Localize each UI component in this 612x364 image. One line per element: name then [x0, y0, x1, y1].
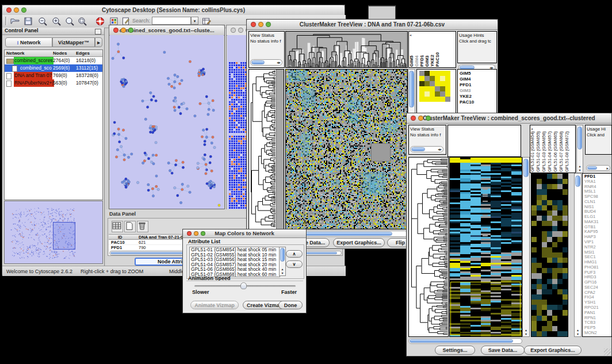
zoom-fit-icon[interactable] — [65, 17, 74, 26]
mini-heatmap-cell — [424, 76, 430, 81]
status-zoom-hint: Right-click + drag to ZOOM — [81, 269, 143, 274]
window-controls[interactable] — [6, 7, 26, 13]
zoom-in-icon[interactable] — [52, 17, 61, 26]
save-disk-icon[interactable] — [24, 17, 33, 26]
toolbar-handle[interactable] — [5, 17, 7, 25]
column-header[interactable]: Network — [6, 51, 25, 56]
network-name: combined_scores — [14, 57, 53, 64]
gene-label: NTR2 — [584, 245, 596, 250]
network-canvas[interactable] — [110, 35, 224, 209]
dialog-titlebar[interactable]: Map Colors to Network — [183, 229, 306, 238]
gene-label: MON2 — [584, 331, 597, 335]
tv2-collabel-vscrollbar[interactable]: ▴▾ — [576, 125, 583, 173]
export-graphics-button[interactable]: Export Graphics... — [333, 238, 385, 247]
mini-heatmap-cell — [419, 91, 424, 97]
column-header[interactable]: DNA and Tran 07-21-06( — [139, 235, 187, 240]
save-data-button[interactable]: Save Data... — [481, 346, 525, 355]
column-header[interactable]: Nodes — [53, 51, 67, 56]
move-up-button[interactable]: ∧ — [286, 250, 303, 258]
settings-button[interactable]: Settings... — [435, 346, 475, 355]
minimize-icon[interactable] — [418, 116, 423, 121]
trash-icon[interactable] — [137, 221, 148, 232]
gene-label: ELG1 — [584, 214, 595, 219]
tv1-row-dendrogram[interactable] — [248, 69, 284, 229]
close-icon[interactable] — [231, 28, 236, 33]
zoom-selected-icon[interactable] — [78, 17, 87, 26]
network-view-window: combined_scores_good.txt--cluste... — [109, 25, 225, 209]
tv2-status-hscrollbar[interactable]: ◂▸ — [410, 146, 443, 152]
desktop: Cytoscape Desktop (Session Name: collins… — [0, 0, 612, 364]
minimize-icon[interactable] — [121, 28, 126, 33]
tv1-status-hscrollbar[interactable]: ◂▸ — [250, 59, 282, 66]
network-tree-row[interactable]: DNA and Tran 07769(0)183728(0) — [5, 72, 102, 79]
attribute-table-icon[interactable] — [112, 221, 123, 232]
move-down-button[interactable]: ∨ — [286, 260, 303, 268]
network-tree-row[interactable]: combined_sco2569(6)13112(15) — [5, 64, 102, 72]
search-label: Search: — [132, 18, 150, 24]
close-icon[interactable] — [187, 231, 192, 236]
collapse-arrow-icon[interactable]: ◂ — [531, 127, 533, 131]
animate-vizmap-button[interactable]: Animate Vizmap — [190, 301, 239, 309]
tv1-column-labels: ◂ GIM5GIM4PFD1GIM3YKE2PAC10 — [408, 31, 456, 68]
map-colors-dialog: Map Colors to Network Attribute List GPL… — [182, 229, 307, 313]
birdseye-view[interactable] — [4, 201, 103, 264]
network-view-titlebar[interactable]: combined_scores_good.txt--cluste... — [109, 25, 224, 36]
column-header[interactable]: Edges — [76, 51, 90, 56]
tab-network[interactable]: ⁝ Network — [5, 37, 52, 47]
tv1-column-dendrogram[interactable] — [285, 31, 408, 68]
column-label: YKE2 — [430, 55, 435, 67]
zoom-icon[interactable] — [128, 28, 133, 33]
minimize-icon[interactable] — [258, 22, 263, 27]
new-doc-icon[interactable] — [124, 221, 136, 232]
collapse-arrow-icon[interactable]: ◂ — [410, 33, 411, 37]
zoom-icon[interactable] — [426, 116, 431, 121]
gene-label: GPI16 — [584, 280, 596, 285]
export-graphics-button[interactable]: Export Graphics... — [524, 346, 582, 355]
zoom-out-icon[interactable] — [38, 17, 47, 26]
tv2-column-labels: ◂ GPL51-01 (GSM854)GPL51-02 (GSM855)GPL5… — [530, 125, 576, 173]
network-tree-row[interactable]: combined_scores2764(0)16218(0) — [5, 57, 102, 64]
main-titlebar[interactable]: Cytoscape Desktop (Session Name: collins… — [2, 5, 345, 16]
network-tree-row[interactable]: RNAPuberNov2+|563(0)107847(0) — [5, 79, 102, 87]
tv2-heatmap[interactable] — [449, 157, 522, 337]
birdseye-selection-rect[interactable] — [53, 222, 75, 250]
close-icon[interactable] — [251, 22, 256, 27]
tab-overflow-arrow-icon[interactable]: ▸ — [95, 37, 102, 47]
tab-vizmapper[interactable]: VizMapper™ — [52, 37, 95, 47]
zoom-icon[interactable] — [266, 22, 271, 27]
minimize-icon[interactable] — [14, 7, 19, 13]
close-icon[interactable] — [411, 116, 416, 121]
column-header[interactable]: ID — [118, 235, 123, 240]
tv2-column-dendrogram[interactable] — [447, 125, 521, 157]
attribute-list[interactable]: GPL51-01 (GSM854) heat shock 05 minGPL51… — [189, 247, 280, 277]
status-welcome: Welcome to Cytoscape 2.6.2 — [6, 269, 72, 274]
float-panel-icon[interactable] — [95, 29, 101, 35]
tv2-global-view[interactable] — [531, 173, 568, 337]
resize-grip[interactable] — [604, 348, 611, 355]
lifesaver-help-icon[interactable] — [95, 17, 105, 26]
tv2-row-dendrogram[interactable] — [408, 157, 449, 337]
tv2-usage-hscrollbar[interactable]: ▸ — [586, 165, 610, 171]
minimize-icon[interactable] — [238, 28, 243, 33]
tv1-heatmap[interactable] — [285, 69, 408, 229]
treeview2-titlebar[interactable]: ClusterMaker TreeView : combined_scores_… — [407, 113, 611, 124]
close-icon[interactable] — [6, 7, 12, 13]
close-icon[interactable] — [113, 28, 118, 33]
treeview1-titlebar[interactable]: ClusterMaker TreeView : DNA and Tran 07-… — [247, 20, 498, 30]
data-panel-label: Data Panel — [109, 211, 136, 217]
minimize-icon[interactable] — [194, 231, 198, 236]
tv2-heatmap-vscrollbar[interactable]: ▴▾ — [522, 157, 530, 337]
slider-thumb[interactable] — [240, 282, 247, 289]
search-input[interactable] — [152, 17, 191, 25]
search-dropdown-button[interactable]: ▾ — [191, 17, 198, 25]
zoom-icon[interactable] — [21, 7, 26, 13]
zoom-icon[interactable] — [201, 231, 205, 236]
done-button[interactable]: Done — [278, 301, 303, 309]
tv2-global-vscrollbar[interactable]: ▴▾ — [574, 173, 582, 337]
attribute-list-vscrollbar[interactable]: ▴▾ — [279, 247, 286, 276]
tv2-heatmap-hscrollbar[interactable] — [408, 338, 522, 344]
column-label: GPL51-06 (GSM865) — [553, 131, 558, 172]
tv2-usage-hints-panel: Usage Hi Click and — [585, 125, 612, 155]
open-folder-icon[interactable] — [10, 17, 20, 26]
treeview1-title: ClusterMaker TreeView : DNA and Tran 07-… — [300, 21, 445, 28]
